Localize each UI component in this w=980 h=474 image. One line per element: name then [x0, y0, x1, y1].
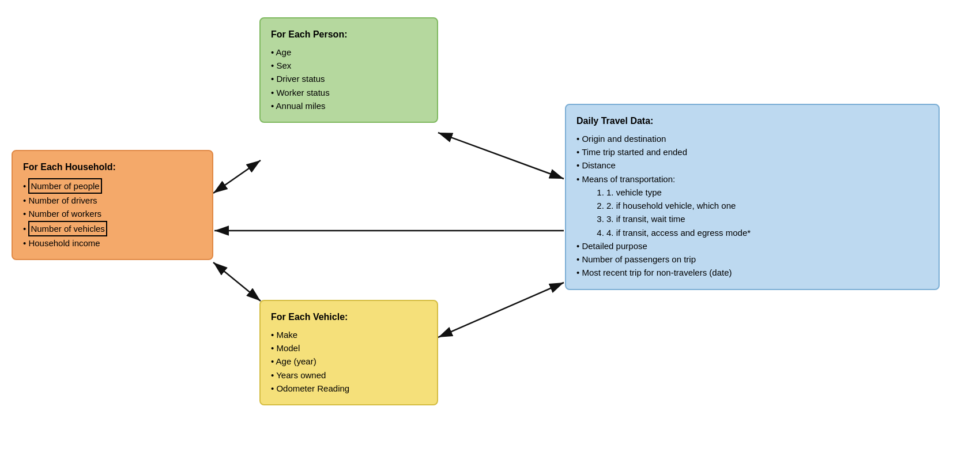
travel-item2-1: Number of passengers on trip [576, 253, 928, 266]
travel-sub-3: 4. if transit, access and egress mode* [606, 226, 928, 239]
vehicle-item-0: Make [271, 328, 427, 341]
travel-list2: Detailed purpose Number of passengers on… [576, 239, 928, 280]
travel-item-1: Time trip started and ended [576, 145, 928, 159]
travel-item-2: Distance [576, 159, 928, 172]
travel-item-3: Means of transportation: [576, 172, 928, 186]
household-item-2: Number of workers [23, 207, 202, 220]
travel-item2-0: Detailed purpose [576, 239, 928, 253]
travel-box: Daily Travel Data: Origin and destinatio… [565, 104, 940, 290]
vehicle-item-2: Age (year) [271, 355, 427, 368]
household-item-3: Number of vehicles [23, 221, 202, 236]
vehicle-box: For Each Vehicle: Make Model Age (year) … [259, 300, 438, 405]
svg-line-2 [213, 160, 261, 193]
travel-sub-1: 2. if household vehicle, which one [606, 199, 928, 212]
household-title: For Each Household: [23, 160, 202, 175]
travel-sub-list: 1. vehicle type 2. if household vehicle,… [576, 186, 928, 239]
svg-line-4 [438, 133, 564, 179]
household-list: Number of people Number of drivers Numbe… [23, 178, 202, 250]
vehicle-item-1: Model [271, 341, 427, 355]
vehicle-title: For Each Vehicle: [271, 310, 427, 325]
person-item-2: Driver status [271, 72, 427, 85]
person-item-0: Age [271, 46, 427, 59]
household-box: For Each Household: Number of people Num… [12, 150, 213, 260]
household-item-0-text: Number of people [28, 178, 101, 194]
svg-line-3 [213, 262, 261, 301]
person-title: For Each Person: [271, 28, 427, 42]
travel-sub-2: 3. if transit, wait time [606, 212, 928, 225]
person-list: Age Sex Driver status Worker status Annu… [271, 46, 427, 112]
travel-item-0: Origin and destination [576, 132, 928, 145]
person-item-4: Annual miles [271, 99, 427, 112]
person-item-1: Sex [271, 59, 427, 72]
household-item-4: Household income [23, 236, 202, 250]
household-item-0: Number of people [23, 178, 202, 194]
household-item-3-text: Number of vehicles [28, 221, 107, 236]
travel-sub-0: 1. vehicle type [606, 186, 928, 199]
person-box: For Each Person: Age Sex Driver status W… [259, 17, 438, 123]
household-item-1: Number of drivers [23, 194, 202, 207]
vehicle-list: Make Model Age (year) Years owned Odomet… [271, 328, 427, 395]
vehicle-item-3: Years owned [271, 368, 427, 382]
travel-title: Daily Travel Data: [576, 114, 928, 129]
travel-list: Origin and destination Time trip started… [576, 132, 928, 186]
person-item-3: Worker status [271, 86, 427, 99]
vehicle-item-4: Odometer Reading [271, 382, 427, 395]
diagram-container: For Each Household: Number of people Num… [0, 0, 980, 474]
travel-item2-2: Most recent trip for non-travelers (date… [576, 266, 928, 279]
svg-line-5 [438, 283, 564, 337]
